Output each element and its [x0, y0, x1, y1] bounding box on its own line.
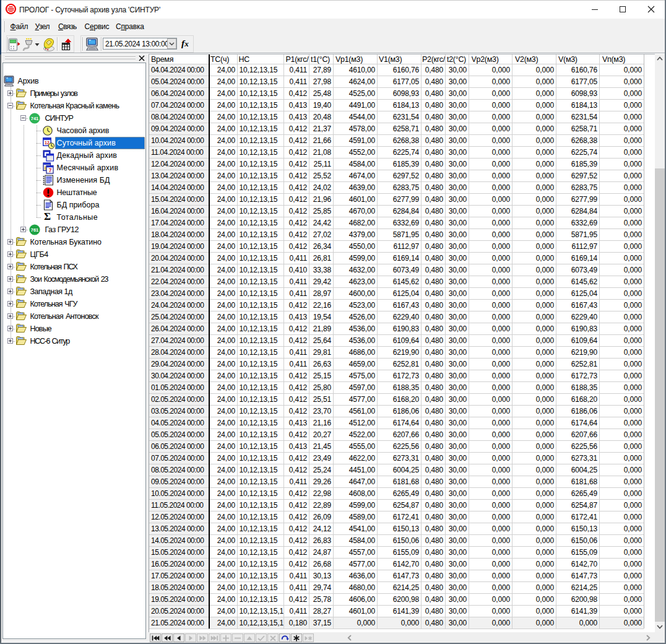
svg-text:741: 741: [30, 115, 38, 121]
svg-text:7: 7: [49, 167, 52, 173]
svg-text:761: 761: [30, 227, 38, 232]
